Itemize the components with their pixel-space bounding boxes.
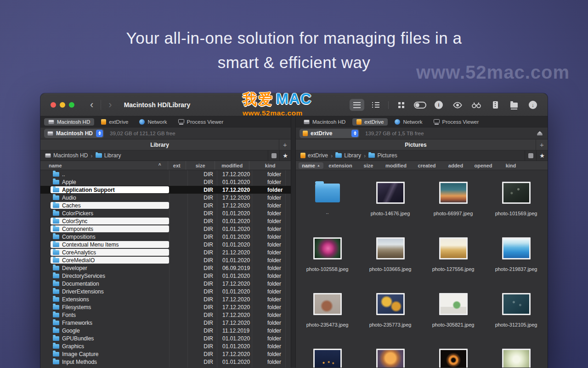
grid-item-photo-101569-jpeg[interactable]: photo-101569.jpeg xyxy=(494,182,538,237)
file-row-image-capture[interactable]: Image CaptureDIR17.12.2020folder xyxy=(40,350,291,358)
column-header-kind[interactable]: kind xyxy=(249,161,291,170)
file-row-application-support[interactable]: Application SupportDIR17.12.2020folder xyxy=(40,186,291,194)
file-row-contextual-menu-items[interactable]: Contextual Menu ItemsDIR01.01.2020folder xyxy=(40,241,291,248)
tab-network[interactable]: Network xyxy=(135,118,171,126)
file-row-caches[interactable]: CachesDIR17.12.2020folder xyxy=(40,201,291,209)
view-list-button[interactable] xyxy=(350,99,364,111)
file-row-developer[interactable]: DeveloperDIR06.09.2019folder xyxy=(40,264,291,272)
breadcrumb-item-library[interactable]: Library xyxy=(335,152,361,159)
grid-item-folder-up[interactable]: .. xyxy=(305,182,350,237)
file-row-frameworks[interactable]: FrameworksDIR17.12.2020folder xyxy=(40,319,291,327)
tab-process-viewer[interactable]: Process Viewer xyxy=(174,118,228,126)
column-header-size[interactable]: size xyxy=(355,161,382,170)
file-row-directoryservices[interactable]: DirectoryServicesDIR01.01.2020folder xyxy=(40,272,291,280)
right-drive-select[interactable]: extDrive xyxy=(300,129,359,138)
toggle-button[interactable] xyxy=(413,99,427,111)
grid-item-photo-12[interactable] xyxy=(305,349,350,368)
file-row-coremediaio[interactable]: CoreMediaIODIR01.01.2020folder xyxy=(40,256,291,264)
grid-item-photo-13[interactable] xyxy=(368,349,413,368)
left-drive-select[interactable]: Macintosh HD xyxy=(44,129,104,138)
back-icon[interactable]: ‹ xyxy=(88,100,95,109)
column-header-modified[interactable]: modified xyxy=(215,161,249,170)
tab-network[interactable]: Network xyxy=(390,118,426,126)
grid-item-photo-102558-jpeg[interactable]: photo-102558.jpeg xyxy=(305,237,350,293)
grid-item-photo-305821-jpeg[interactable]: photo-305821.jpeg xyxy=(431,293,475,349)
file-row-fonts[interactable]: FontsDIR17.12.2020folder xyxy=(40,311,291,319)
file-row-compositions[interactable]: CompositionsDIR01.01.2020folder xyxy=(40,233,291,241)
grid-item-photo-15[interactable] xyxy=(494,349,538,368)
file-row-components[interactable]: ComponentsDIR01.01.2020folder xyxy=(40,225,291,233)
grid-item-photo-14676-jpeg[interactable]: photo-14676.jpeg xyxy=(368,182,413,237)
column-header-size[interactable]: size xyxy=(186,161,215,170)
search-button[interactable] xyxy=(469,99,484,111)
close-button[interactable] xyxy=(51,102,56,108)
grid-item-photo-312105-jpeg[interactable]: photo-312105.jpeg xyxy=(494,293,538,349)
grid-item-photo-219837-jpeg[interactable]: photo-219837.jpeg xyxy=(494,237,538,293)
info-button[interactable]: i xyxy=(431,99,446,111)
tab-extdrive[interactable]: extDrive xyxy=(97,118,132,126)
grid-item-photo-235773-jpeg[interactable]: photo-235773.jpeg xyxy=(368,293,413,349)
column-header-kind[interactable]: kind xyxy=(499,161,523,170)
eject-icon[interactable] xyxy=(537,131,543,136)
file-row-google[interactable]: GoogleDIR11.12.2019folder xyxy=(40,327,291,334)
hidden-files-button[interactable] xyxy=(525,150,536,161)
column-header-added[interactable]: added xyxy=(444,161,468,170)
breadcrumb-item-pictures[interactable]: Pictures xyxy=(368,152,397,159)
archive-button[interactable] xyxy=(488,99,503,111)
grid-item-photo-14[interactable] xyxy=(431,349,475,368)
file-row-colorsync[interactable]: ColorSyncDIR01.01.2020folder xyxy=(40,217,291,225)
view-grid-button[interactable] xyxy=(394,99,408,111)
favorites-button[interactable]: ★ xyxy=(536,150,548,161)
file-row-graphics[interactable]: GraphicsDIR01.01.2020folder xyxy=(40,342,291,350)
view-brief-button[interactable] xyxy=(368,99,383,111)
file-row-apple[interactable]: AppleDIR01.01.2020folder xyxy=(40,178,291,186)
right-free-space: 139,27 GB of 1,5 TB free xyxy=(365,131,424,136)
zoom-button[interactable] xyxy=(69,102,74,108)
tab-macintosh-hd[interactable]: Macintosh HD xyxy=(300,118,350,126)
file-row-coreanalytics[interactable]: CoreAnalyticsDIR21.12.2020folder xyxy=(40,248,291,256)
column-header-modified[interactable]: modified xyxy=(382,161,410,170)
hidden-files-button[interactable] xyxy=(268,150,279,161)
tab-label: Process Viewer xyxy=(187,119,224,125)
file-row-colorpickers[interactable]: ColorPickersDIR01.01.2020folder xyxy=(40,209,291,217)
breadcrumb-item-extdrive[interactable]: extDrive xyxy=(300,152,328,159)
grid-item-label: photo-102558.jpeg xyxy=(305,265,350,273)
download-button[interactable]: ↓ xyxy=(526,99,540,111)
pane-divider[interactable] xyxy=(291,116,296,368)
minimize-button[interactable] xyxy=(60,102,65,108)
internal-drive-icon xyxy=(304,120,310,124)
grid-item-photo-66997-jpeg[interactable]: photo-66997.jpeg xyxy=(431,182,475,237)
column-header-name[interactable]: name^ xyxy=(40,161,168,170)
breadcrumb-item-library[interactable]: Library xyxy=(96,152,121,159)
grid-item-photo-127556-jpeg[interactable]: photo-127556.jpeg xyxy=(431,237,475,293)
column-header-extension[interactable]: extension xyxy=(326,161,355,170)
file-row-documentation[interactable]: DocumentationDIR17.12.2020folder xyxy=(40,280,291,288)
folder-icon xyxy=(53,289,59,294)
grid-item-photo-235473-jpeg[interactable]: photo-235473.jpeg xyxy=(305,293,350,349)
column-header-created[interactable]: created xyxy=(410,161,444,170)
forward-icon[interactable]: › xyxy=(107,100,113,109)
column-header-name[interactable]: name▲ xyxy=(296,161,326,170)
file-name: Extensions xyxy=(62,296,89,303)
file-row--[interactable]: ..DIR17.12.2020folder xyxy=(40,170,291,178)
file-row-gpubundles[interactable]: GPUBundlesDIR01.01.2020folder xyxy=(40,334,291,342)
file-row-filesystems[interactable]: FilesystemsDIR17.12.2020folder xyxy=(40,303,291,311)
preview-button[interactable] xyxy=(450,99,465,111)
breadcrumb-item-macintosh-hd[interactable]: Macintosh HD xyxy=(45,152,88,159)
file-row-input-methods[interactable]: Input MethodsDIR01.01.2020folder xyxy=(40,358,291,366)
file-name: Input Methods xyxy=(62,359,97,365)
column-header-opened[interactable]: opened xyxy=(468,161,499,170)
file-row-driverextensions[interactable]: DriverExtensionsDIR01.01.2020folder xyxy=(40,288,291,295)
file-row-audio[interactable]: AudioDIR17.12.2020folder xyxy=(40,194,291,201)
add-tab-button[interactable]: + xyxy=(279,139,291,150)
tab-macintosh-hd[interactable]: Macintosh HD xyxy=(44,118,94,126)
tab-process-viewer[interactable]: Process Viewer xyxy=(430,118,483,126)
file-kind: folder xyxy=(252,351,291,357)
add-tab-button[interactable]: + xyxy=(536,139,548,150)
network-share-button[interactable] xyxy=(507,99,521,111)
favorites-button[interactable]: ★ xyxy=(279,150,291,161)
grid-item-photo-103665-jpeg[interactable]: photo-103665.jpeg xyxy=(368,237,413,293)
file-row-extensions[interactable]: ExtensionsDIR17.12.2020folder xyxy=(40,295,291,303)
column-header-ext[interactable]: ext xyxy=(168,161,186,170)
tab-extdrive[interactable]: extDrive xyxy=(352,118,388,126)
